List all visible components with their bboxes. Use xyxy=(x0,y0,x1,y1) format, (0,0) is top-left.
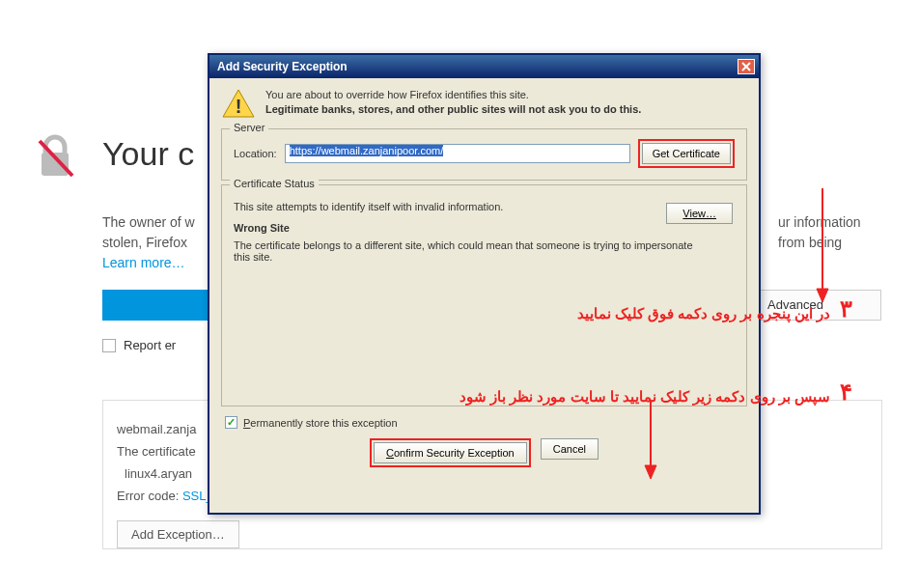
annotation-number-3: ۳ xyxy=(840,295,852,322)
svg-text:!: ! xyxy=(236,96,242,117)
get-certificate-button[interactable]: Get Certificate xyxy=(642,143,731,164)
page-title: Your c xyxy=(102,135,194,173)
close-icon xyxy=(741,62,751,71)
annotation-arrow-4 xyxy=(641,402,660,479)
dialog-title: Add Security Exception xyxy=(217,60,348,73)
svg-marker-9 xyxy=(645,465,656,479)
location-input[interactable]: https://webmail.zanjanipoor.com/ xyxy=(285,144,630,163)
annotation-arrow-3 xyxy=(813,188,832,304)
annotation-number-4: ۴ xyxy=(840,378,852,406)
warning-line-bold: Legitimate banks, stores, and other publ… xyxy=(265,103,641,115)
location-label: Location: xyxy=(234,148,277,159)
server-legend: Server xyxy=(230,122,268,133)
dialog-titlebar[interactable]: Add Security Exception xyxy=(209,55,759,78)
report-checkbox[interactable] xyxy=(102,339,116,352)
confirm-highlight: Confirm Security Exception xyxy=(370,438,531,467)
wrong-site-text: The certificate belongs to a different s… xyxy=(234,239,697,263)
permanent-label: Permanently store this exception xyxy=(243,417,398,429)
confirm-security-exception-button[interactable]: Confirm Security Exception xyxy=(374,442,527,463)
text-fragment: stolen, Firefox xyxy=(102,235,187,250)
close-button[interactable] xyxy=(738,59,755,74)
annotation-text-4: سپس بر روی دکمه زیر کلیک نمایید تا سایت … xyxy=(444,388,830,406)
cert-status-fieldset: Certificate Status View… This site attem… xyxy=(221,184,747,406)
error-code-label: Error code: xyxy=(117,489,179,503)
warning-text: You are about to override how Firefox id… xyxy=(265,88,641,119)
status-legend: Certificate Status xyxy=(230,178,319,189)
permanent-checkbox[interactable]: ✓ xyxy=(225,416,237,429)
add-exception-button[interactable]: Add Exception… xyxy=(117,520,239,548)
dialog-button-row: Confirm Security Exception Cancel xyxy=(209,434,759,473)
server-fieldset: Server Location: https://webmail.zanjani… xyxy=(221,128,747,181)
security-exception-dialog: Add Security Exception ! You are about t… xyxy=(208,53,761,515)
warning-icon: ! xyxy=(221,88,256,119)
svg-marker-7 xyxy=(817,289,828,302)
location-value: https://webmail.zanjanipoor.com/ xyxy=(290,145,444,156)
view-button[interactable]: View… xyxy=(666,203,733,224)
report-label: Report er xyxy=(124,338,176,352)
learn-more-link[interactable]: Learn more… xyxy=(102,255,185,270)
get-cert-highlight: Get Certificate xyxy=(638,139,735,168)
wrong-site-heading: Wrong Site xyxy=(234,222,735,234)
cancel-button[interactable]: Cancel xyxy=(541,438,599,460)
annotation-text-3: در این پنجره بر روی دکمه فوق کلیک نمایید xyxy=(526,305,830,322)
text-fragment: The owner of w xyxy=(102,214,195,230)
permanent-store-row: ✓ Permanently store this exception xyxy=(209,410,759,434)
status-text: This site attempts to identify itself wi… xyxy=(234,201,735,212)
warning-line: You are about to override how Firefox id… xyxy=(265,88,641,102)
broken-lock-icon xyxy=(34,133,77,182)
